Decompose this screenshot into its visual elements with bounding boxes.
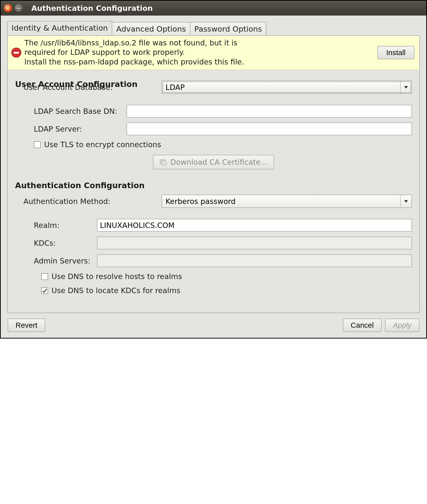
use-tls-checkbox[interactable] — [34, 141, 41, 148]
realm-label: Realm: — [34, 221, 97, 230]
auth-method-value: Kerberos password — [166, 197, 236, 206]
warning-line2: required for LDAP support to work proper… — [24, 48, 185, 57]
kdcs-input[interactable] — [97, 237, 412, 249]
user-account-database-select[interactable]: LDAP — [162, 81, 412, 94]
auth-section: Authentication Configuration Authenticat… — [8, 171, 419, 295]
user-account-section: User Account Configuration User Account … — [8, 70, 419, 169]
window-title: Authentication Configuration — [31, 4, 153, 13]
tab-advanced-options[interactable]: Advanced Options — [112, 22, 190, 36]
ldap-server-label: LDAP Server: — [34, 125, 127, 133]
auth-method-label: Authentication Method: — [23, 197, 162, 206]
download-ca-label: Download CA Certificate... — [170, 158, 267, 166]
close-icon[interactable] — [4, 4, 12, 12]
warning-text: The /usr/lib64/libnss_ldap.so.2 file was… — [24, 38, 374, 67]
tab-page-identity: The /usr/lib64/libnss_ldap.so.2 file was… — [7, 35, 420, 313]
ldap-search-base-label: LDAP Search Base DN: — [34, 107, 127, 116]
dns-locate-label: Use DNS to locate KDCs for realms — [52, 286, 180, 295]
tab-password-options[interactable]: Password Options — [190, 22, 266, 36]
cancel-button[interactable]: Cancel — [343, 319, 382, 332]
svg-marker-4 — [404, 86, 408, 89]
apply-button[interactable]: Apply — [385, 319, 419, 332]
svg-rect-6 — [162, 161, 167, 165]
svg-rect-3 — [14, 52, 19, 54]
download-ca-button[interactable]: Download CA Certificate... — [153, 155, 274, 169]
warning-line1: The /usr/lib64/libnss_ldap.so.2 file was… — [24, 39, 237, 47]
kdcs-label: KDCs: — [34, 239, 97, 247]
ldap-search-base-input[interactable] — [127, 105, 412, 118]
admin-servers-input[interactable] — [97, 254, 412, 267]
error-icon — [11, 47, 21, 58]
warning-banner: The /usr/lib64/libnss_ldap.so.2 file was… — [8, 36, 419, 70]
minimize-icon[interactable] — [15, 4, 23, 12]
revert-button[interactable]: Revert — [8, 319, 45, 332]
use-tls-label: Use TLS to encrypt connections — [44, 140, 161, 149]
auth-method-select[interactable]: Kerberos password — [162, 195, 412, 208]
dialog-footer: Revert Cancel Apply — [7, 313, 420, 332]
install-button[interactable]: Install — [377, 46, 414, 59]
titlebar: Authentication Configuration — [1, 1, 426, 16]
admin-servers-label: Admin Servers: — [34, 257, 97, 265]
auth-title: Authentication Configuration — [15, 181, 412, 190]
chevron-down-icon — [400, 195, 411, 207]
chevron-down-icon — [400, 81, 411, 93]
tab-identity-authentication[interactable]: Identity & Authentication — [7, 21, 112, 35]
dns-resolve-label: Use DNS to resolve hosts to realms — [52, 272, 182, 281]
tabs: Identity & Authentication Advanced Optio… — [7, 21, 420, 35]
auth-config-window: Authentication Configuration Identity & … — [0, 0, 427, 339]
user-account-database-value: LDAP — [166, 83, 185, 92]
ldap-server-input[interactable] — [127, 122, 412, 135]
dns-locate-checkbox[interactable] — [41, 287, 48, 294]
realm-input[interactable] — [97, 219, 412, 232]
warning-line3: Install the nss-pam-ldapd package, which… — [24, 58, 244, 66]
dns-resolve-checkbox[interactable] — [41, 273, 48, 280]
user-account-database-label2: User Account Database: — [23, 83, 162, 92]
certificate-icon — [159, 158, 167, 166]
svg-marker-7 — [404, 200, 408, 203]
